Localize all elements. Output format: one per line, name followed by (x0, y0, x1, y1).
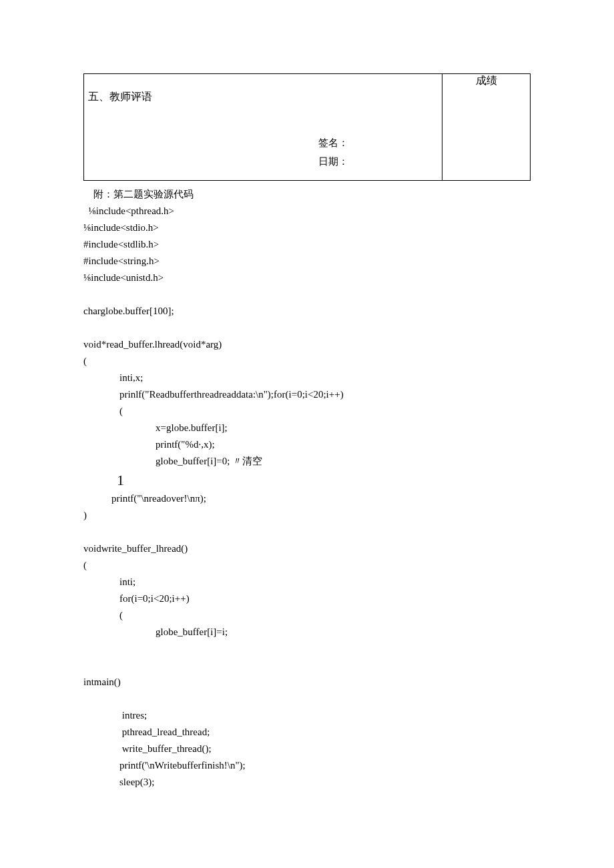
signature-label: 签名： (84, 133, 348, 152)
code-line: void*read_buffer.lhread(void*arg) (83, 336, 531, 353)
code-line: ⅛include<unistd.h> (83, 270, 531, 286)
code-line: for(i=0;i<20;i++) (83, 590, 531, 607)
comment-cell: 五、教师评语 签名： 日期： (84, 74, 442, 181)
code-line: #include<string.h> (83, 253, 531, 270)
teacher-comment-table: 五、教师评语 签名： 日期： 成绩 (83, 73, 531, 181)
code-line: printf("%d·,x); (83, 436, 531, 453)
code-line: 1 (83, 470, 531, 490)
code-line: write_buffer_thread(); (83, 741, 531, 757)
code-line: ( (83, 607, 531, 624)
code-line: sleep(3); (83, 774, 531, 791)
code-line: ( (83, 557, 531, 574)
code-line: ( (83, 403, 531, 420)
code-line: #include<stdlib.h> (83, 236, 531, 253)
code-line: ( (83, 353, 531, 370)
code-line: intres; (83, 707, 531, 724)
code-line: printf("\nreadover!\nπ); (83, 490, 531, 507)
attachment-title: 附：第二题实验源代码 (83, 186, 531, 203)
code-line: inti; (83, 574, 531, 590)
sign-block: 签名： 日期： (84, 109, 442, 180)
code-line: printf('\nWritebufferfinish!\n"); (83, 757, 531, 774)
code-line: inti,x; (83, 370, 531, 386)
code-line: ) (83, 507, 531, 524)
code-line: voidwrite_buffer_lhread() (83, 540, 531, 557)
code-line: pthread_lread_thread; (83, 724, 531, 741)
section-title: 五、教师评语 (84, 74, 442, 109)
code-line: charglobe.buffer[100]; (83, 303, 531, 320)
grade-cell: 成绩 (442, 74, 531, 181)
code-line: globe_buffer[i]=0; 〃清空 (83, 453, 531, 470)
code-line: x=globe.buffer[i]; (83, 420, 531, 436)
code-line: prinlf("Readbufferthreadreaddata:\n");fo… (83, 386, 531, 403)
code-line: globe_buffer[i]=i; (83, 624, 531, 640)
date-label: 日期： (84, 152, 348, 171)
grade-label: 成绩 (476, 75, 497, 86)
code-block: 附：第二题实验源代码 ⅛include<pthread.h> ⅛include<… (83, 181, 531, 791)
code-line: ⅛include<pthread.h> (83, 203, 531, 220)
code-line: intmain() (83, 674, 531, 691)
code-line: ⅛include<stdio.h> (83, 220, 531, 236)
